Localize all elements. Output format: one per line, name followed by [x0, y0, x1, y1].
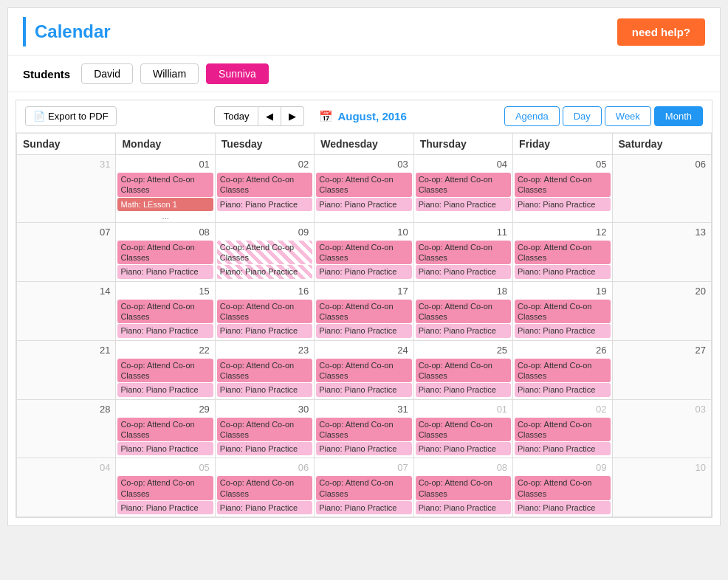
- event-coop[interactable]: Co-op: Attend Co-on Classes: [416, 476, 511, 500]
- event-coop[interactable]: Co-op: Attend Co-on Classes: [515, 241, 610, 265]
- day-aug-20[interactable]: 20: [612, 281, 711, 340]
- event-math[interactable]: Math: LEsson 1: [117, 198, 213, 211]
- event-coop[interactable]: Co-op: Attend Co-on Classes: [416, 241, 511, 265]
- event-coop[interactable]: Co-op: Attend Co-on Classes: [217, 418, 312, 442]
- view-agenda-button[interactable]: Agenda: [504, 106, 560, 126]
- event-coop[interactable]: Co-op: Attend Co-on Classes: [316, 359, 411, 383]
- day-aug-18[interactable]: 18 Co-op: Attend Co-on Classes Piano: Pi…: [413, 281, 512, 340]
- next-month-button[interactable]: ▶: [281, 106, 304, 126]
- event-coop[interactable]: Co-op: Attend Co-on Classes: [217, 173, 312, 197]
- day-jul-31[interactable]: 31: [17, 155, 116, 223]
- today-button[interactable]: Today: [214, 106, 259, 126]
- day-sep-05[interactable]: 05 Co-op: Attend Co-on Classes Piano: Pi…: [116, 458, 215, 517]
- view-day-button[interactable]: Day: [563, 106, 602, 126]
- day-aug-17[interactable]: 17 Co-op: Attend Co-on Classes Piano: Pi…: [315, 281, 413, 340]
- day-aug-31[interactable]: 31 Co-op: Attend Co-on Classes Piano: Pi…: [315, 399, 413, 458]
- view-month-button[interactable]: Month: [654, 106, 703, 126]
- event-piano[interactable]: Piano: Piano Practice: [515, 442, 610, 455]
- day-aug-11[interactable]: 11 Co-op: Attend Co-on Classes Piano: Pi…: [413, 222, 512, 281]
- day-aug-05[interactable]: 05 Co-op: Attend Co-on Classes Piano: Pi…: [513, 155, 612, 223]
- event-piano[interactable]: Piano: Piano Practice: [316, 324, 411, 337]
- event-coop[interactable]: Co-op: Attend Co-on Classes: [316, 418, 411, 442]
- event-piano[interactable]: Piano: Piano Practice: [515, 324, 610, 337]
- event-coop[interactable]: Co-op: Attend Co-on Classes: [416, 418, 511, 442]
- day-aug-01[interactable]: 01 Co-op: Attend Co-on Classes Math: LEs…: [116, 155, 215, 223]
- day-aug-10[interactable]: 10 Co-op: Attend Co-on Classes Piano: Pi…: [315, 222, 413, 281]
- event-coop[interactable]: Co-op: Attend Co-on Classes: [217, 476, 312, 500]
- day-aug-12[interactable]: 12 Co-op: Attend Co-on Classes Piano: Pi…: [513, 222, 612, 281]
- event-piano[interactable]: Piano: Piano Practice: [117, 501, 213, 514]
- day-sep-04[interactable]: 04: [17, 458, 116, 517]
- student-william-button[interactable]: William: [140, 63, 199, 84]
- day-aug-27[interactable]: 27: [612, 340, 711, 399]
- more-events[interactable]: ...: [117, 212, 213, 221]
- day-aug-03[interactable]: 03 Co-op: Attend Co-on Classes Piano: Pi…: [315, 155, 413, 223]
- event-coop[interactable]: Co-op: Attend Co-on Classes: [117, 300, 213, 324]
- day-aug-02[interactable]: 02 Co-op: Attend Co-on Classes Piano: Pi…: [215, 155, 314, 223]
- event-piano[interactable]: Piano: Piano Practice: [515, 383, 610, 396]
- event-piano[interactable]: Piano: Piano Practice: [117, 265, 213, 278]
- student-sunniva-button[interactable]: Sunniva: [206, 63, 269, 84]
- day-aug-24[interactable]: 24 Co-op: Attend Co-on Classes Piano: Pi…: [315, 340, 413, 399]
- event-coop[interactable]: Co-op: Attend Co-on Classes: [217, 300, 312, 324]
- event-coop[interactable]: Co-op: Attend Co-on Classes: [515, 418, 610, 442]
- event-coop[interactable]: Co-op: Attend Co-on Classes: [316, 300, 411, 324]
- student-david-button[interactable]: David: [81, 63, 133, 84]
- day-aug-25[interactable]: 25 Co-op: Attend Co-on Classes Piano: Pi…: [413, 340, 512, 399]
- event-piano[interactable]: Piano: Piano Practice: [515, 198, 610, 211]
- event-piano[interactable]: Piano: Piano Practice: [117, 383, 213, 396]
- event-coop[interactable]: Co-op: Attend Co-on Classes: [515, 476, 610, 500]
- event-coop[interactable]: Co-op: Attend Co-on Classes: [117, 476, 213, 500]
- event-coop[interactable]: Co-op: Attend Co-on Classes: [515, 173, 610, 197]
- event-piano[interactable]: Piano: Piano Practice: [416, 442, 511, 455]
- day-aug-15[interactable]: 15 Co-op: Attend Co-on Classes Piano: Pi…: [116, 281, 215, 340]
- day-sep-10[interactable]: 10: [612, 458, 711, 517]
- export-pdf-button[interactable]: 📄 Export to PDF: [25, 106, 117, 126]
- day-aug-04[interactable]: 04 Co-op: Attend Co-on Classes Piano: Pi…: [413, 155, 512, 223]
- event-piano[interactable]: Piano: Piano Practice: [416, 383, 511, 396]
- day-aug-14[interactable]: 14: [17, 281, 116, 340]
- event-coop[interactable]: Co-op: Attend Co-on Classes: [515, 359, 610, 383]
- event-coop-striped[interactable]: Co-op: Attend Co-op Classes: [217, 241, 312, 265]
- event-piano[interactable]: Piano: Piano Practice: [316, 501, 411, 514]
- event-coop[interactable]: Co-op: Attend Co-on Classes: [217, 359, 312, 383]
- event-coop[interactable]: Co-op: Attend Co-on Classes: [117, 359, 213, 383]
- event-piano[interactable]: Piano: Piano Practice: [217, 383, 312, 396]
- event-piano-striped[interactable]: Piano: Piano Practice: [217, 265, 312, 278]
- event-coop[interactable]: Co-op: Attend Co-on Classes: [416, 359, 511, 383]
- day-aug-30[interactable]: 30 Co-op: Attend Co-on Classes Piano: Pi…: [215, 399, 314, 458]
- day-aug-21[interactable]: 21: [17, 340, 116, 399]
- event-piano[interactable]: Piano: Piano Practice: [416, 265, 511, 278]
- event-piano[interactable]: Piano: Piano Practice: [117, 442, 213, 455]
- event-coop[interactable]: Co-op: Attend Co-on Classes: [416, 300, 511, 324]
- event-piano[interactable]: Piano: Piano Practice: [217, 501, 312, 514]
- event-piano[interactable]: Piano: Piano Practice: [416, 198, 511, 211]
- day-aug-16[interactable]: 16 Co-op: Attend Co-on Classes Piano: Pi…: [215, 281, 314, 340]
- day-aug-07[interactable]: 07: [17, 222, 116, 281]
- day-sep-01[interactable]: 01 Co-op: Attend Co-on Classes Piano: Pi…: [413, 399, 512, 458]
- event-piano[interactable]: Piano: Piano Practice: [217, 198, 312, 211]
- event-piano[interactable]: Piano: Piano Practice: [117, 324, 213, 337]
- event-piano[interactable]: Piano: Piano Practice: [217, 324, 312, 337]
- day-aug-13[interactable]: 13: [612, 222, 711, 281]
- day-aug-28[interactable]: 28: [17, 399, 116, 458]
- event-piano[interactable]: Piano: Piano Practice: [515, 265, 610, 278]
- event-coop[interactable]: Co-op: Attend Co-on Classes: [117, 418, 213, 442]
- event-coop[interactable]: Co-op: Attend Co-on Classes: [316, 476, 411, 500]
- event-coop[interactable]: Co-op: Attend Co-on Classes: [416, 173, 511, 197]
- day-aug-19[interactable]: 19 Co-op: Attend Co-on Classes Piano: Pi…: [513, 281, 612, 340]
- day-aug-08[interactable]: 08 Co-op: Attend Co-on Classes Piano: Pi…: [116, 222, 215, 281]
- event-piano[interactable]: Piano: Piano Practice: [416, 501, 511, 514]
- event-piano[interactable]: Piano: Piano Practice: [515, 501, 610, 514]
- day-aug-23[interactable]: 23 Co-op: Attend Co-on Classes Piano: Pi…: [215, 340, 314, 399]
- day-aug-26[interactable]: 26 Co-op: Attend Co-on Classes Piano: Pi…: [513, 340, 612, 399]
- day-aug-09[interactable]: 09 Co-op: Attend Co-op Classes Piano: Pi…: [215, 222, 314, 281]
- day-sep-06[interactable]: 06 Co-op: Attend Co-on Classes Piano: Pi…: [215, 458, 314, 517]
- event-coop[interactable]: Co-op: Attend Co-on Classes: [117, 241, 213, 265]
- day-sep-02[interactable]: 02 Co-op: Attend Co-on Classes Piano: Pi…: [513, 399, 612, 458]
- event-piano[interactable]: Piano: Piano Practice: [316, 265, 411, 278]
- event-coop[interactable]: Co-op: Attend Co-on Classes: [515, 300, 610, 324]
- day-aug-29[interactable]: 29 Co-op: Attend Co-on Classes Piano: Pi…: [116, 399, 215, 458]
- event-piano[interactable]: Piano: Piano Practice: [416, 324, 511, 337]
- need-help-button[interactable]: need help?: [617, 18, 705, 46]
